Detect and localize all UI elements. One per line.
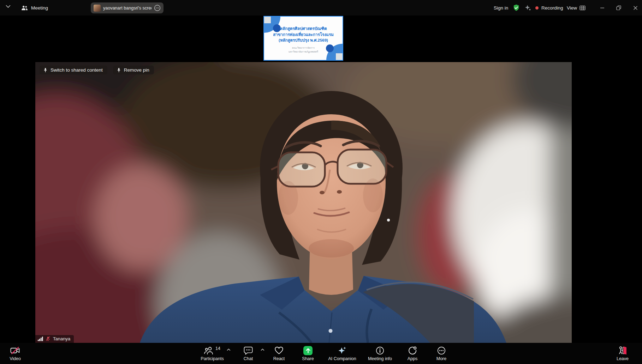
switch-to-shared-content-button[interactable]: Switch to shared content bbox=[40, 66, 107, 74]
chat-menu-chevron[interactable] bbox=[261, 348, 264, 351]
chat-button[interactable]: Chat bbox=[232, 343, 264, 364]
security-shield-icon bbox=[513, 4, 520, 11]
view-label: View bbox=[567, 5, 577, 11]
participants-button[interactable]: 14 Participants bbox=[192, 343, 232, 364]
slide-subtitle: คณะวิทยาการจัดการ มหาวิทยาลัยราชภัฏเทพสต… bbox=[264, 46, 343, 54]
chat-label: Chat bbox=[244, 357, 253, 361]
ai-sparkle-icon bbox=[338, 346, 347, 355]
shared-screen-tab[interactable]: yaovanart bangsri's screen bbox=[91, 2, 164, 13]
minimize-button[interactable] bbox=[596, 0, 608, 16]
share-screen-icon bbox=[303, 346, 313, 355]
toolbar-center-group: 14 Participants Chat bbox=[192, 343, 456, 364]
close-button[interactable] bbox=[629, 0, 641, 16]
meeting-menu[interactable]: Meeting bbox=[21, 0, 48, 16]
switch-to-shared-content-label: Switch to shared content bbox=[50, 67, 103, 73]
pin-icon bbox=[43, 68, 48, 73]
video-off-icon bbox=[10, 346, 21, 355]
pin-controls: Switch to shared content Remove pin bbox=[40, 66, 154, 74]
tab-options-icon[interactable] bbox=[154, 5, 161, 11]
maximize-restore-button[interactable] bbox=[613, 0, 625, 16]
meeting-label: Meeting bbox=[31, 5, 48, 11]
meeting-info-label: Meeting info bbox=[368, 357, 392, 361]
react-button[interactable]: React bbox=[264, 343, 293, 364]
meeting-info-button[interactable]: Meeting info bbox=[362, 343, 398, 364]
slide-title: หลักสูตรศิลปศาสตรบัณฑิต สาขาการท่องเที่ย… bbox=[264, 26, 343, 43]
slide-title-line3: (หลักสูตรปรับปรุง พ.ศ.2569) bbox=[264, 37, 343, 43]
video-label: Video bbox=[10, 357, 21, 361]
remove-pin-button[interactable]: Remove pin bbox=[113, 66, 154, 74]
ai-companion-label: AI Companion bbox=[328, 357, 356, 361]
participant-name: Tananya bbox=[53, 336, 70, 341]
share-button[interactable]: Share bbox=[293, 343, 322, 364]
leave-door-icon bbox=[618, 346, 628, 355]
recording-indicator: Recording bbox=[535, 0, 563, 16]
avatar bbox=[94, 5, 101, 12]
view-layout-icon bbox=[579, 6, 585, 10]
participants-label: Participants bbox=[201, 357, 224, 361]
apps-button[interactable]: Apps bbox=[398, 343, 427, 364]
slide-subtitle-line1: คณะวิทยาการจัดการ bbox=[264, 46, 343, 50]
more-ellipsis-icon bbox=[437, 346, 446, 355]
chevron-down-icon[interactable] bbox=[6, 5, 11, 8]
view-button[interactable]: View bbox=[567, 0, 585, 16]
shared-content-thumbnail[interactable]: หลักสูตรศิลปศาสตรบัณฑิต สาขาการท่องเที่ย… bbox=[263, 16, 343, 61]
sign-in-button[interactable]: Sign in bbox=[494, 0, 508, 16]
more-button[interactable]: More bbox=[427, 343, 456, 364]
chat-icon bbox=[244, 346, 253, 355]
leave-button[interactable]: Leave bbox=[610, 343, 636, 364]
recording-label: Recording bbox=[541, 5, 563, 11]
shared-screen-tab-title: yaovanart bangsri's screen bbox=[103, 6, 151, 11]
participants-group-icon bbox=[21, 5, 28, 11]
meeting-toolbar: Video 14 Participants bbox=[0, 343, 642, 364]
info-icon bbox=[376, 346, 384, 355]
participant-webcam-video bbox=[35, 62, 572, 343]
participants-icon: 14 bbox=[204, 346, 220, 355]
participant-name-tag: Tananya bbox=[35, 335, 74, 343]
title-bar: Meeting yaovanart bangsri's screen Sign … bbox=[0, 0, 642, 16]
slide-subtitle-line2: มหาวิทยาลัยราชภัฏเทพสตรี bbox=[264, 50, 343, 54]
pinned-video-tile[interactable]: Switch to shared content Remove pin bbox=[35, 62, 572, 343]
react-label: React bbox=[273, 357, 285, 361]
apps-icon bbox=[408, 346, 417, 355]
leave-label: Leave bbox=[617, 357, 629, 361]
connection-signal-icon bbox=[38, 336, 43, 341]
heart-icon bbox=[274, 346, 284, 355]
zoom-meeting-window: Meeting yaovanart bangsri's screen Sign … bbox=[0, 0, 642, 364]
sign-in-label: Sign in bbox=[494, 5, 508, 11]
ai-companion-button[interactable]: AI Companion bbox=[322, 343, 362, 364]
participants-count: 14 bbox=[215, 346, 220, 351]
recording-dot-icon bbox=[535, 6, 539, 10]
more-label: More bbox=[436, 357, 446, 361]
share-label: Share bbox=[302, 357, 314, 361]
participants-menu-chevron[interactable] bbox=[227, 348, 231, 351]
apps-label: Apps bbox=[408, 357, 418, 361]
mic-muted-icon bbox=[46, 336, 50, 341]
video-toggle-button[interactable]: Video bbox=[3, 343, 28, 364]
slide-title-line2: สาขาการท่องเที่ยวและการโรงแรม bbox=[264, 32, 343, 38]
pin-icon bbox=[117, 68, 121, 73]
slide-title-line1: หลักสูตรศิลปศาสตรบัณฑิต bbox=[264, 26, 343, 32]
ai-companion-status-icon[interactable] bbox=[524, 4, 531, 11]
remove-pin-label: Remove pin bbox=[124, 67, 149, 73]
